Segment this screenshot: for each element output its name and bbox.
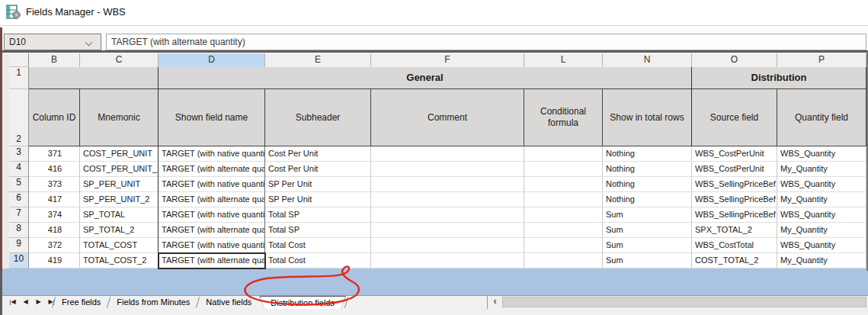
cell-column_id-row4[interactable]: 416 <box>29 162 80 177</box>
cell-conditional_formula-row7[interactable] <box>524 207 603 223</box>
cell-conditional_formula-row4[interactable] <box>524 162 603 177</box>
cell-subheader-row9[interactable]: Total Cost <box>265 238 371 253</box>
field-header-subheader[interactable]: Subheader <box>265 89 371 146</box>
cell-mnemonic-row5[interactable]: SP_PER_UNIT <box>80 177 159 192</box>
cell-shown_field_name-row5[interactable]: TARGET (with native quantity) <box>159 177 265 192</box>
cell-shown_field_name-row8[interactable]: TARGET (with alternate quantity) <box>159 223 265 238</box>
cell-subheader-row3[interactable]: Cost Per Unit <box>265 146 371 162</box>
cell-conditional_formula-row5[interactable] <box>524 177 603 192</box>
cell-column_id-row5[interactable]: 373 <box>29 177 80 192</box>
scroll-left-icon[interactable]: ‹ <box>489 297 501 307</box>
cell-show_in_total_rows-row3[interactable]: Nothing <box>603 146 692 162</box>
cell-subheader-row10[interactable]: Total Cost <box>265 253 371 268</box>
cell-comment-row8[interactable] <box>371 223 524 238</box>
cell-subheader-row4[interactable]: Cost Per Unit <box>265 162 371 177</box>
field-header-conditional_formula[interactable]: Conditional formula <box>524 89 603 146</box>
cell-quantity_field-row5[interactable]: WBS_Quantity <box>777 177 866 192</box>
sheet-tab-free-fields[interactable]: Free fields <box>54 296 108 309</box>
column-header-D[interactable]: D <box>159 53 265 67</box>
cell-conditional_formula-row6[interactable] <box>524 192 603 207</box>
cell-mnemonic-row10[interactable]: TOTAL_COST_2 <box>80 253 159 268</box>
cell-conditional_formula-row10[interactable] <box>524 253 603 268</box>
cell-shown_field_name-row7[interactable]: TARGET (with native quantity) <box>159 207 265 223</box>
column-header-B[interactable]: B <box>29 53 80 67</box>
cell-column_id-row3[interactable]: 371 <box>29 146 80 162</box>
column-header-C[interactable]: C <box>80 53 159 67</box>
cell-source_field-row10[interactable]: COST_TOTAL_2 <box>692 253 777 268</box>
cell-mnemonic-row8[interactable]: SP_TOTAL_2 <box>80 223 159 238</box>
cell-mnemonic-row6[interactable]: SP_PER_UNIT_2 <box>80 192 159 207</box>
cell-comment-row9[interactable] <box>371 238 524 253</box>
column-header-E[interactable]: E <box>265 53 371 67</box>
group-header-general[interactable]: General <box>159 67 692 89</box>
cell-shown_field_name-row9[interactable]: TARGET (with native quantity) <box>159 238 265 253</box>
cell-quantity_field-row9[interactable]: WBS_Quantity <box>777 238 866 253</box>
cell-source_field-row6[interactable]: WBS_SellingPriceBef <box>692 192 777 207</box>
cell-comment-row5[interactable] <box>371 177 524 192</box>
row-header-2[interactable]: 2 <box>9 89 29 146</box>
cell-source_field-row7[interactable]: WBS_SellingPriceBef <box>692 207 777 223</box>
row-header-9[interactable]: 9 <box>9 238 29 253</box>
cell-source_field-row3[interactable]: WBS_CostPerUnit <box>692 146 777 162</box>
row-header-5[interactable]: 5 <box>9 177 29 192</box>
select-all-corner[interactable] <box>9 53 29 67</box>
row-header-8[interactable]: 8 <box>9 223 29 238</box>
cell-show_in_total_rows-row9[interactable]: Sum <box>603 238 692 253</box>
column-header-N[interactable]: N <box>603 53 692 67</box>
cell-source_field-row4[interactable]: WBS_CostPerUnit <box>692 162 777 177</box>
cell-mnemonic-row3[interactable]: COST_PER_UNIT <box>80 146 159 162</box>
tab-nav-next-icon[interactable]: ▶ <box>34 297 43 307</box>
cell-subheader-row6[interactable]: SP Per Unit <box>265 192 371 207</box>
cell-subheader-row5[interactable]: SP Per Unit <box>265 177 371 192</box>
cell-show_in_total_rows-row5[interactable]: Nothing <box>603 177 692 192</box>
cell-shown_field_name-row4[interactable]: TARGET (with alternate quantity) <box>159 162 265 177</box>
row-header-4[interactable]: 4 <box>9 162 29 177</box>
cell-show_in_total_rows-row10[interactable]: Sum <box>603 253 692 268</box>
cell-subheader-row7[interactable]: Total SP <box>265 207 371 223</box>
sheet-tab-native-fields[interactable]: Native fields <box>198 296 259 309</box>
tab-nav-first-icon[interactable]: |◀ <box>8 297 18 307</box>
cell-quantity_field-row3[interactable]: WBS_Quantity <box>777 146 866 162</box>
column-header-P[interactable]: P <box>777 53 866 67</box>
field-header-show_in_total_rows[interactable]: Show in total rows <box>603 89 692 146</box>
cell-show_in_total_rows-row4[interactable]: Nothing <box>603 162 692 177</box>
field-header-source_field[interactable]: Source field <box>692 89 777 146</box>
row-header-1[interactable]: 1 <box>9 67 29 89</box>
column-header-O[interactable]: O <box>692 53 777 67</box>
cell-conditional_formula-row8[interactable] <box>524 223 603 238</box>
field-header-quantity_field[interactable]: Quantity field <box>777 89 866 146</box>
column-header-L[interactable]: L <box>524 53 603 67</box>
cell-quantity_field-row7[interactable]: WBS_Quantity <box>777 207 866 223</box>
cell-comment-row3[interactable] <box>371 146 524 162</box>
cell-quantity_field-row10[interactable]: My_Quantity <box>777 253 866 268</box>
horizontal-scrollbar-track[interactable] <box>502 297 866 307</box>
cell-column_id-row8[interactable]: 418 <box>29 223 80 238</box>
cell-comment-row4[interactable] <box>371 162 524 177</box>
cell-quantity_field-row6[interactable]: My_Quantity <box>777 192 866 207</box>
cell-column_id-row6[interactable]: 417 <box>29 192 80 207</box>
cell-mnemonic-row9[interactable]: TOTAL_COST <box>80 238 159 253</box>
cell-mnemonic-row7[interactable]: SP_TOTAL <box>80 207 159 223</box>
sheet-tab-fields-from-minutes[interactable]: Fields from Minutes <box>109 296 197 309</box>
cell-quantity_field-row4[interactable]: My_Quantity <box>777 162 866 177</box>
cell-comment-row6[interactable] <box>371 192 524 207</box>
cell-shown_field_name-row3[interactable]: TARGET (with native quantity) <box>159 146 265 162</box>
cell-column_id-row9[interactable]: 372 <box>29 238 80 253</box>
row-header-7[interactable]: 7 <box>9 207 29 223</box>
cell-comment-row7[interactable] <box>371 207 524 223</box>
cell-show_in_total_rows-row7[interactable]: Sum <box>603 207 692 223</box>
cell-show_in_total_rows-row6[interactable]: Nothing <box>603 192 692 207</box>
group-header-distribution[interactable]: Distribution <box>692 67 866 89</box>
cell-subheader-row8[interactable]: Total SP <box>265 223 371 238</box>
cell-conditional_formula-row9[interactable] <box>524 238 603 253</box>
cell-conditional_formula-row3[interactable] <box>524 146 603 162</box>
field-header-comment[interactable]: Comment <box>371 89 524 146</box>
row-header-3[interactable]: 3 <box>9 146 29 162</box>
cell-column_id-row10[interactable]: 419 <box>29 253 80 268</box>
group-header-blank[interactable] <box>29 67 159 89</box>
cell-shown_field_name-row6[interactable]: TARGET (with alternate quantity) <box>159 192 265 207</box>
row-header-6[interactable]: 6 <box>9 192 29 207</box>
cell-column_id-row7[interactable]: 374 <box>29 207 80 223</box>
field-header-mnemonic[interactable]: Mnemonic <box>80 89 159 146</box>
column-header-F[interactable]: F <box>371 53 524 67</box>
